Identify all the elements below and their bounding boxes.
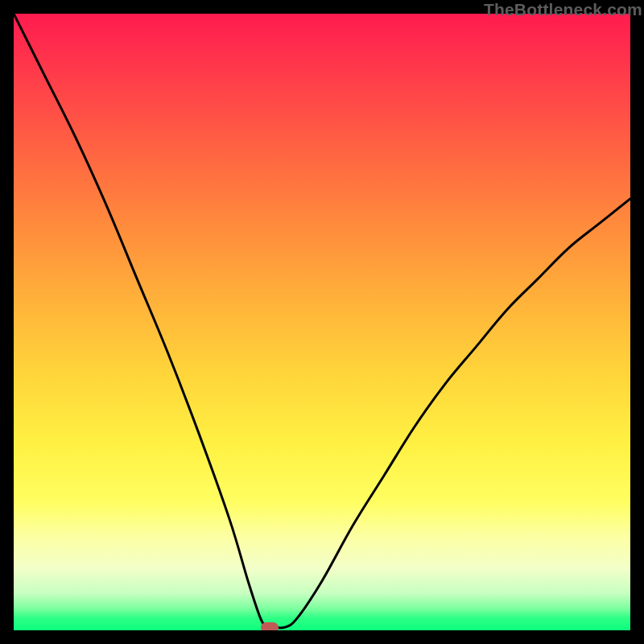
watermark-text: TheBottleneck.com bbox=[484, 0, 642, 19]
plot-frame bbox=[14, 14, 630, 630]
bottleneck-curve bbox=[14, 14, 630, 630]
optimum-marker bbox=[261, 622, 279, 630]
